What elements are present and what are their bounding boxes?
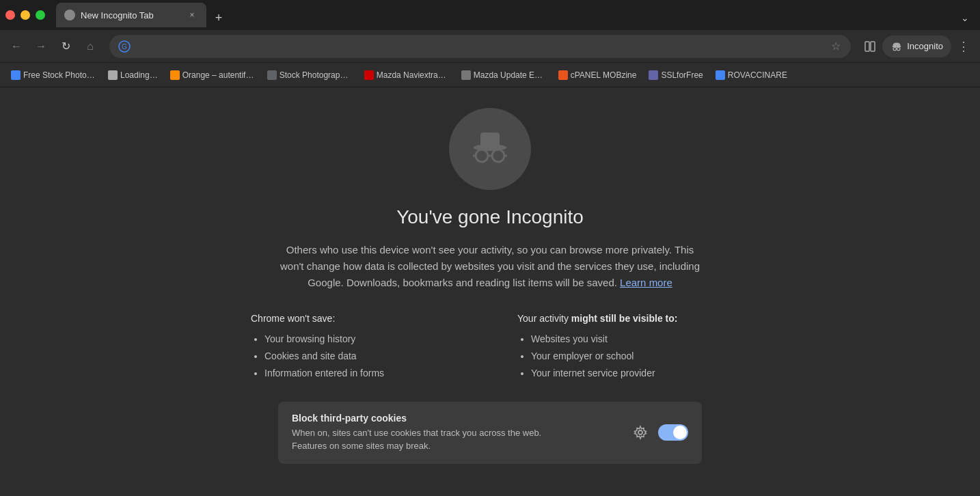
- cookies-box: Block third-party cookies When on, sites…: [278, 402, 702, 464]
- visible-to-section: Your activity might still be visible to:…: [517, 313, 729, 383]
- incognito-avatar: [449, 108, 531, 190]
- tab-bar: New Incognito Tab × + ⌄: [56, 3, 975, 27]
- tab-close-button[interactable]: ×: [186, 9, 198, 21]
- bookmark-item-2[interactable]: Orange – autentifi…: [165, 68, 260, 83]
- svg-rect-10: [480, 133, 500, 148]
- bookmark-favicon-2: [170, 70, 180, 80]
- toggle-knob: [673, 426, 687, 439]
- svg-rect-5: [871, 42, 875, 51]
- wont-save-item-2: Information entered in forms: [264, 365, 463, 382]
- cookies-settings-button[interactable]: [631, 423, 650, 442]
- bookmark-favicon-0: [11, 70, 21, 80]
- bookmark-label-7: SSLforFree: [661, 70, 703, 80]
- wont-save-title: Chrome won't save:: [251, 313, 463, 324]
- bookmark-item-6[interactable]: cPANEL MOBzine: [553, 68, 642, 83]
- wont-save-item-0: Your browsing history: [264, 331, 463, 348]
- close-window-button[interactable]: [5, 10, 15, 20]
- back-button[interactable]: ←: [5, 36, 27, 57]
- cookies-actions: [631, 423, 688, 442]
- visible-to-item-0: Websites you visit: [531, 331, 729, 348]
- bookmark-item-0[interactable]: Free Stock Photos…: [5, 68, 101, 83]
- bookmark-label-3: Stock Photograph…: [280, 70, 352, 80]
- maximize-window-button[interactable]: [36, 10, 45, 20]
- traffic-lights: [5, 10, 45, 20]
- bookmark-favicon-5: [461, 70, 471, 80]
- bookmarks-bar: Free Stock Photos…Loading…Orange – auten…: [0, 63, 980, 87]
- bookmark-favicon-6: [558, 70, 568, 80]
- bookmark-favicon-7: [649, 70, 658, 80]
- bookmark-label-6: cPANEL MOBzine: [571, 70, 637, 80]
- url-input[interactable]: [137, 41, 824, 52]
- wont-save-section: Chrome won't save: Your browsing history…: [251, 313, 463, 383]
- cookies-toggle[interactable]: [658, 424, 688, 441]
- svg-point-16: [638, 430, 642, 435]
- svg-point-6: [893, 47, 897, 51]
- tab-favicon: [64, 10, 75, 20]
- incognito-title: You've gone Incognito: [396, 206, 584, 228]
- cookies-text: Block third-party cookies When on, sites…: [292, 413, 623, 453]
- visible-to-title: Your activity might still be visible to:: [517, 313, 729, 324]
- home-button[interactable]: ⌂: [79, 36, 101, 57]
- bookmark-favicon-3: [267, 70, 277, 80]
- bookmark-favicon-1: [108, 70, 118, 80]
- svg-text:G: G: [122, 43, 127, 51]
- active-tab[interactable]: New Incognito Tab ×: [56, 3, 206, 27]
- svg-point-7: [897, 47, 901, 51]
- tab-dropdown-button[interactable]: ⌄: [955, 8, 975, 27]
- bookmark-item-4[interactable]: Mazda Naviextras…: [359, 68, 454, 83]
- wont-save-list: Your browsing historyCookies and site da…: [251, 331, 463, 383]
- learn-more-link[interactable]: Learn more: [620, 277, 672, 288]
- google-icon: G: [118, 40, 131, 53]
- incognito-label: Incognito: [907, 41, 943, 51]
- svg-point-1: [68, 14, 71, 16]
- bookmark-item-7[interactable]: SSLforFree: [643, 68, 708, 83]
- visible-to-item-2: Your internet service provider: [531, 365, 729, 382]
- bookmark-label-4: Mazda Naviextras…: [377, 70, 449, 80]
- bookmark-label-5: Mazda Update Eur…: [474, 70, 546, 80]
- bookmark-icon[interactable]: ☆: [829, 40, 843, 53]
- svg-rect-4: [865, 42, 869, 51]
- incognito-profile-button[interactable]: Incognito: [882, 36, 951, 57]
- cookies-sub: When on, sites can't use cookies that tr…: [292, 426, 623, 453]
- bookmark-item-3[interactable]: Stock Photograph…: [262, 68, 357, 83]
- svg-point-11: [476, 150, 488, 162]
- visible-to-item-1: Your employer or school: [531, 348, 729, 365]
- svg-point-12: [492, 150, 504, 162]
- new-tab-button[interactable]: +: [209, 8, 228, 27]
- bookmark-item-1[interactable]: Loading…: [103, 68, 163, 83]
- bookmark-label-8: ROVACCINARE: [728, 70, 787, 80]
- main-content: You've gone Incognito Others who use thi…: [0, 87, 980, 496]
- info-columns: Chrome won't save: Your browsing history…: [251, 313, 729, 383]
- tab-title-text: New Incognito Tab: [81, 10, 180, 20]
- minimize-window-button[interactable]: [21, 10, 30, 20]
- reload-button[interactable]: ↻: [55, 36, 77, 57]
- toolbar: ← → ↻ ⌂ G ☆ Incognito: [0, 30, 980, 63]
- split-button[interactable]: [859, 36, 881, 57]
- menu-button[interactable]: ⋮: [953, 36, 975, 57]
- bookmark-label-1: Loading…: [120, 70, 158, 80]
- bookmark-favicon-4: [364, 70, 374, 80]
- bookmark-item-5[interactable]: Mazda Update Eur…: [456, 68, 552, 83]
- wont-save-item-1: Cookies and site data: [264, 348, 463, 365]
- bookmark-favicon-8: [716, 70, 725, 80]
- cookies-title: Block third-party cookies: [292, 413, 623, 424]
- bookmark-item-8[interactable]: ROVACCINARE: [710, 68, 793, 83]
- forward-button[interactable]: →: [30, 36, 52, 57]
- title-bar: New Incognito Tab × + ⌄: [0, 0, 980, 30]
- bookmark-label-0: Free Stock Photos…: [23, 70, 96, 80]
- toolbar-right: Incognito ⋮: [859, 36, 975, 57]
- incognito-description: Others who use this device won't see you…: [278, 242, 702, 291]
- bookmark-label-2: Orange – autentifi…: [182, 70, 255, 80]
- visible-to-list: Websites you visitYour employer or schoo…: [517, 331, 729, 383]
- address-bar[interactable]: G ☆: [109, 35, 851, 58]
